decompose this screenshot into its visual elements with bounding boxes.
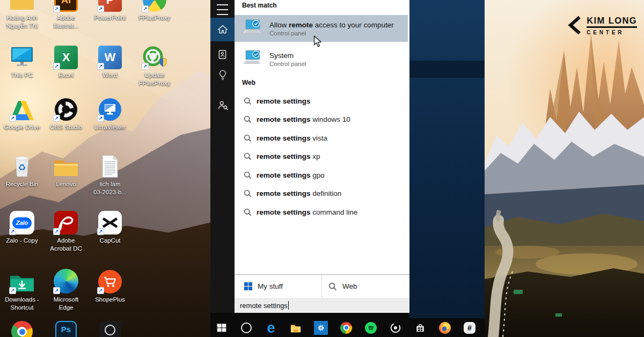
- icon-label: UltraViewer: [88, 123, 132, 131]
- desktop-icon-word[interactable]: W↗ Word: [88, 46, 132, 79]
- icon-label: lịch làm 03-2023-b...: [88, 180, 132, 196]
- sidebar-item-people-search[interactable]: [210, 98, 235, 112]
- desktop-icon-illustrator[interactable]: Ai↗ Adobe Illustrat...: [44, 0, 88, 30]
- suggestion-remote-settings-vista[interactable]: remote settings vista: [235, 129, 409, 147]
- remote-desktop-icon: [241, 49, 263, 69]
- search-icon: [244, 152, 252, 160]
- shortcut-arrow-icon: ↗: [9, 115, 16, 122]
- icon-label: Word: [88, 71, 132, 79]
- firefox-icon: [439, 322, 451, 334]
- icon-label: Excel: [44, 71, 88, 79]
- desktop-icon-update-fplusproxy[interactable]: ↗ Update FPlusProxy: [133, 46, 177, 87]
- desktop-icon-google-drive[interactable]: ↗ Google Drive: [0, 98, 44, 131]
- desktop-icon-edge[interactable]: ↗ Microsoft Edge: [44, 270, 88, 311]
- icon-label: Recycle Bin: [0, 180, 44, 188]
- desktop-wallpaper-left: Hoàng Anh Nguyễn Thị Ai↗ Adobe Illustrat…: [0, 0, 210, 337]
- suggestion-remote-settings-windows-10[interactable]: remote settings windows 10: [235, 111, 409, 129]
- shopeplus-cart-icon: ↗: [97, 270, 123, 294]
- desktop-icon-user-folder[interactable]: Hoàng Anh Nguyễn Thị: [0, 0, 44, 30]
- people-search-icon: [217, 99, 229, 111]
- mountain-landscape: [485, 0, 644, 337]
- shortcut-arrow-icon: ↗: [97, 287, 104, 294]
- obs-studio-icon: ↗: [53, 98, 79, 121]
- taskbar-settings-button[interactable]: [314, 321, 328, 335]
- suggestion-remote-settings-xp[interactable]: remote settings xp: [235, 148, 409, 166]
- my-stuff-button[interactable]: My stuff: [235, 275, 322, 298]
- text-caret: [288, 301, 289, 310]
- result-title: System: [269, 52, 306, 60]
- desktop-icon-obs-studio[interactable]: ↗ OBS Studio: [44, 98, 88, 131]
- suggestion-remote-settings[interactable]: remote settings: [235, 92, 409, 110]
- desktop-icon-circular-app[interactable]: [88, 321, 132, 337]
- shortcut-arrow-icon: ↗: [142, 63, 149, 70]
- screen: Hoàng Anh Nguyễn Thị Ai↗ Adobe Illustrat…: [0, 0, 644, 337]
- windows-logo-icon: [244, 282, 252, 290]
- google-drive-icon: ↗: [9, 98, 35, 121]
- menu-button[interactable]: [210, 2, 235, 17]
- desktop-icon-capcut[interactable]: ↗ CapCut: [88, 211, 132, 245]
- powerpoint-icon: P↗: [97, 0, 123, 12]
- taskbar-file-explorer-button[interactable]: [289, 321, 302, 335]
- sidebar-item-ideas[interactable]: [210, 68, 235, 83]
- search-icon: [244, 171, 252, 179]
- desktop-icon-this-pc[interactable]: This PC: [0, 46, 44, 79]
- icon-label: Lenovo: [44, 180, 88, 188]
- search-input[interactable]: remote settings: [235, 298, 409, 313]
- gear-icon: [316, 323, 326, 333]
- desktop-icon-excel[interactable]: X↗ Excel: [44, 46, 88, 79]
- folder-icon: [9, 0, 35, 12]
- desktop-icon-fplusproxy[interactable]: ↗ FPlusProxy: [133, 0, 177, 22]
- mountain-photo-right: KIM LONG CENTER: [485, 0, 644, 337]
- icon-label: Adobe Acrobat DC: [44, 237, 88, 252]
- taskbar-chrome-button[interactable]: [340, 321, 353, 335]
- shortcut-arrow-icon: ↗: [53, 228, 60, 235]
- icon-label: Update FPlusProxy: [133, 71, 177, 87]
- suggestion-remote-settings-command-line[interactable]: remote settings command line: [235, 203, 409, 221]
- search-icon: [244, 208, 252, 216]
- icon-label: ShopePlus: [88, 296, 132, 304]
- taskbar-firefox-button[interactable]: [438, 321, 451, 335]
- taskbar-record-app-button[interactable]: [389, 321, 402, 335]
- ultraviewer-icon: ↗: [97, 98, 123, 121]
- capcut-icon: ↗: [97, 211, 123, 235]
- edge-icon: ↗: [53, 270, 79, 294]
- sidebar-item-notebook[interactable]: [210, 47, 235, 61]
- fplusproxy-icon: ↗: [142, 0, 167, 12]
- desktop-icon-powerpoint[interactable]: P↗ PowerPoint: [88, 0, 132, 22]
- taskbar-cortana-button[interactable]: [240, 321, 253, 335]
- lightbulb-icon: [217, 69, 228, 82]
- mouse-cursor: [313, 35, 323, 50]
- taskbar-sharp-app-button[interactable]: #: [463, 321, 476, 335]
- desktop-icon-shopeplus[interactable]: ↗ ShopePlus: [88, 270, 132, 304]
- desktop-icon-ultraviewer[interactable]: ↗ UltraViewer: [88, 98, 132, 131]
- sidebar-item-home[interactable]: [210, 18, 235, 41]
- windows-start-icon: [216, 323, 227, 333]
- search-sidebar-rail: [210, 0, 235, 313]
- taskbar-store-button[interactable]: [414, 321, 427, 335]
- desktop-icon-lenovo-folder[interactable]: Lenovo: [44, 155, 88, 188]
- taskbar-spotify-button[interactable]: [364, 321, 377, 335]
- search-icon: [244, 97, 252, 105]
- desktop-icon-zalo[interactable]: Zalo ↗ Zalo - Copy: [0, 211, 44, 245]
- suggestion-remote-settings-definition[interactable]: remote settings definition: [235, 185, 409, 203]
- taskbar-start-button[interactable]: [215, 321, 228, 335]
- search-icon: [244, 189, 252, 197]
- icon-label: Downloads - Shortcut: [0, 296, 44, 311]
- notebook-icon: [217, 49, 228, 60]
- web-search-button[interactable]: Web: [322, 275, 409, 298]
- svg-text:♻: ♻: [18, 162, 26, 173]
- icon-label: Google Drive: [0, 123, 44, 131]
- taskbar-edge-button[interactable]: e: [265, 321, 277, 335]
- folder-icon: [53, 155, 79, 178]
- shortcut-arrow-icon: ↗: [53, 5, 60, 12]
- desktop-icon-photoshop[interactable]: Ps: [44, 321, 88, 337]
- desktop-icon-schedule-document[interactable]: lịch làm 03-2023-b...: [88, 155, 132, 196]
- suggestion-remote-settings-gpo[interactable]: remote settings gpo: [235, 166, 409, 184]
- photoshop-icon: Ps: [53, 321, 79, 337]
- icon-label: This PC: [0, 71, 44, 79]
- desktop-icon-recycle-bin[interactable]: ♻ Recycle Bin: [0, 155, 44, 188]
- desktop-icon-acrobat[interactable]: ↗ Adobe Acrobat DC: [44, 211, 88, 252]
- icon-label: Zalo - Copy: [0, 237, 44, 245]
- desktop-icon-downloads[interactable]: ↗ Downloads - Shortcut: [0, 270, 44, 311]
- desktop-icon-chrome-profile[interactable]: [0, 321, 44, 337]
